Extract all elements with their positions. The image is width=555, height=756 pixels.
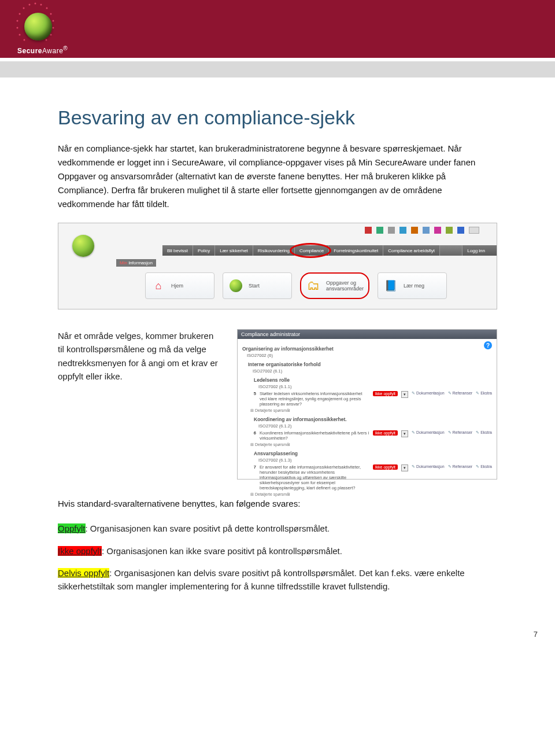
link-ext[interactable]: Ekstra: [476, 391, 492, 396]
tab-risiko[interactable]: Risikovurdering: [253, 245, 295, 256]
section-ref-3a: ISO27002 (6.1.1): [258, 384, 492, 389]
section-ref-3c: ISO27002 (6.1.3): [258, 458, 492, 463]
question-7: 7 Er ansvaret for alle informasjonssikke…: [250, 464, 492, 491]
logo-text: SecureAware®: [17, 45, 68, 55]
link-doc[interactable]: Dokumentasjon: [412, 430, 445, 435]
intro-paragraph: Når en compliance-sjekk har startet, kan…: [58, 142, 497, 211]
svg-point-3: [46, 8, 48, 9]
svg-point-6: [19, 13, 21, 15]
toolbar-icons: [365, 227, 479, 234]
page-number: 7: [0, 619, 555, 639]
tab-bevisst[interactable]: Bli bevisst: [162, 245, 193, 256]
grey-bar: [0, 61, 555, 78]
svg-point-10: [17, 27, 18, 29]
section-ref-2: ISO27002 (6.1): [253, 368, 492, 374]
svg-point-2: [29, 4, 31, 6]
tab-arbeidsflyt[interactable]: Compliance arbeidsflyt: [383, 245, 440, 256]
infobar: Min Informasjon: [116, 259, 156, 267]
link-ext[interactable]: Ekstra: [476, 464, 492, 469]
svg-point-12: [19, 34, 21, 36]
detail-toggle[interactable]: Detaljerte spørsmål: [250, 408, 492, 413]
help-icon[interactable]: ?: [484, 341, 492, 349]
link-doc[interactable]: Dokumentasjon: [412, 391, 445, 396]
answer-oppfylt: Oppfylt: Organisasjonen kan svare positi…: [58, 522, 497, 536]
dropdown-icon[interactable]: ▾: [401, 464, 408, 471]
section-head-3b: Koordinering av informasjonssikkerhet.: [254, 416, 492, 422]
home-icon: ⌂: [150, 278, 166, 294]
svg-point-13: [46, 39, 47, 41]
logo-sphere-icon: [24, 13, 52, 40]
link-ext[interactable]: Ekstra: [476, 430, 492, 435]
app-logo-icon: [72, 235, 94, 257]
highlight-oval-compliance: [290, 243, 331, 258]
dropdown-icon[interactable]: ▾: [401, 391, 408, 398]
section-head-3a: Ledelsens rolle: [254, 377, 492, 383]
card-hjem[interactable]: ⌂ Hjem: [145, 272, 214, 299]
detail-toggle[interactable]: Detaljerte spørsmål: [250, 492, 492, 497]
svg-point-0: [35, 3, 36, 5]
tab-policy[interactable]: Policy: [193, 245, 215, 256]
answer-ikke-oppfylt: Ikke oppfylt: Organisasjonen kan ikke sv…: [58, 545, 497, 558]
svg-point-11: [50, 34, 52, 36]
tab-forretning[interactable]: Forretningskontinuitet: [329, 245, 383, 256]
svg-point-7: [53, 20, 54, 22]
status-chip: Ikke oppfylt: [373, 430, 398, 436]
card-start[interactable]: Start: [223, 272, 292, 299]
book-icon: 📘: [383, 278, 399, 294]
screenshot-nav: Bli bevisst Policy Lær sikkerhet Risikov…: [58, 223, 497, 309]
sphere-icon: [228, 278, 244, 294]
svg-point-8: [17, 20, 18, 22]
question-5: 5 Støtter ledelsen virksomhetens informa…: [250, 391, 492, 407]
svg-point-9: [53, 27, 54, 29]
svg-point-14: [24, 39, 25, 41]
question-6: 6 Koordineres informasjonssikkerhetsakti…: [250, 430, 492, 441]
link-doc[interactable]: Dokumentasjon: [412, 464, 445, 469]
svg-point-1: [40, 4, 42, 6]
section-head-2: Interne organisatoriske forhold: [248, 362, 492, 367]
header-band: SecureAware®: [0, 0, 555, 58]
tab-login[interactable]: Logg inn: [462, 245, 497, 256]
tab-laer[interactable]: Lær sikkerhet: [215, 245, 253, 256]
section-head-3c: Ansvarsplassering: [254, 451, 492, 456]
section-ref-3b: ISO27002 (6.1.2): [258, 423, 492, 429]
panel-title: Compliance administrator: [238, 330, 497, 339]
screenshot-compliance-admin: Compliance administrator ? Organisering …: [237, 329, 497, 480]
status-chip: Ikke oppfylt: [373, 391, 398, 396]
detail-toggle[interactable]: Detaljerte spørsmål: [250, 442, 492, 447]
link-ref[interactable]: Referanser: [448, 391, 473, 396]
status-chip: Ikke oppfylt: [373, 464, 398, 470]
twocol-text: Når et område velges, kommer brukeren ti…: [58, 329, 220, 480]
section-head-1: Organisering av informasjonssikkerhet: [242, 346, 492, 352]
svg-point-4: [23, 8, 25, 9]
dropdown-icon[interactable]: ▾: [401, 430, 408, 437]
logo: SecureAware®: [8, 0, 60, 40]
folder-icon: 🗂: [306, 278, 321, 294]
answer-delvis-oppfylt: Delvis oppfylt: Organisasjonen kan delvi…: [58, 567, 497, 593]
card-oppgaver[interactable]: 🗂 Oppgaver ogansvarsområder: [300, 272, 369, 299]
section-ref-1: ISO27002 (6): [247, 353, 492, 358]
svg-point-5: [50, 13, 52, 15]
link-ref[interactable]: Referanser: [448, 464, 473, 469]
card-laer[interactable]: 📘 Lær meg: [378, 272, 447, 299]
page-title: Besvaring av en compliance-sjekk: [58, 106, 497, 129]
link-ref[interactable]: Referanser: [448, 430, 473, 435]
